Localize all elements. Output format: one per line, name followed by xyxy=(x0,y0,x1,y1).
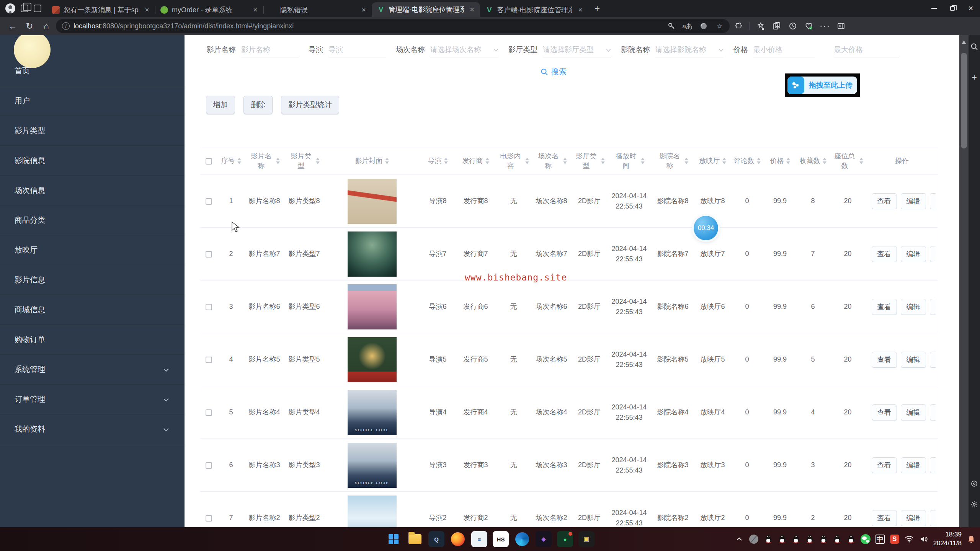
browser-tab[interactable]: 隐私错误× xyxy=(263,3,372,17)
filter-input[interactable]: 影片名称 xyxy=(241,42,299,57)
translate-icon[interactable]: aあ xyxy=(681,20,694,32)
sidebar-item-影片信息[interactable]: 影片信息 xyxy=(0,265,185,295)
sort-caret-icon[interactable] xyxy=(823,158,826,164)
filter-input-min[interactable]: 最小价格 xyxy=(753,42,815,57)
browser-profile-icon[interactable] xyxy=(5,3,15,13)
sidebar-item-放映厅[interactable]: 放映厅 xyxy=(0,235,185,265)
sidebar-item-用户[interactable]: 用户 xyxy=(0,86,185,116)
row-button-查看[interactable]: 查看 xyxy=(872,246,897,262)
sidebar-settings-gear-icon[interactable] xyxy=(970,500,979,509)
row-button-查看[interactable]: 查看 xyxy=(872,193,897,209)
row-button-cutoff[interactable]: 查看 xyxy=(930,457,936,473)
sidebar-item-场次信息[interactable]: 场次信息 xyxy=(0,176,185,205)
favorite-star-icon[interactable]: ☆ xyxy=(714,20,726,32)
select-all-checkbox[interactable] xyxy=(206,158,212,165)
browser-tab[interactable]: V管理端-电影院座位管理系统× xyxy=(372,2,480,17)
sort-caret-icon[interactable] xyxy=(786,158,790,164)
row-checkbox[interactable] xyxy=(206,198,212,205)
filter-select[interactable]: 请选择影院名称 xyxy=(655,42,724,57)
row-button-查看[interactable]: 查看 xyxy=(872,510,897,526)
browser-health-icon[interactable] xyxy=(802,19,816,33)
file-explorer-icon[interactable] xyxy=(407,531,423,547)
sogou-tray-icon[interactable]: S xyxy=(890,534,900,544)
row-button-编辑[interactable]: 编辑 xyxy=(901,510,926,526)
workspaces-icon[interactable] xyxy=(21,5,28,12)
browser-tab[interactable]: myOrder - 录单系统× xyxy=(155,3,263,17)
tab-close-icon[interactable]: × xyxy=(251,6,260,14)
sort-caret-icon[interactable] xyxy=(601,158,605,164)
row-button-cutoff[interactable]: 查看 xyxy=(930,404,936,421)
start-button[interactable] xyxy=(385,531,402,547)
tab-close-icon[interactable]: × xyxy=(143,6,151,14)
wechat-devtools-icon[interactable]: ● xyxy=(557,531,573,547)
sort-caret-icon[interactable] xyxy=(563,158,567,164)
sidebar-toggle-icon[interactable] xyxy=(834,19,848,33)
sidebar-item-系统管理[interactable]: 系统管理 xyxy=(0,355,185,385)
row-checkbox[interactable] xyxy=(206,251,212,258)
qq-penguin-icon[interactable] xyxy=(805,534,815,544)
site-info-icon[interactable]: i xyxy=(62,22,70,30)
browser-essentials-icon[interactable] xyxy=(697,20,710,32)
wechat-tray-icon[interactable] xyxy=(861,534,871,544)
row-button-编辑[interactable]: 编辑 xyxy=(901,404,926,421)
sort-caret-icon[interactable] xyxy=(485,158,489,164)
tray-chevron-up-icon[interactable] xyxy=(734,534,744,544)
button-影片类型统计[interactable]: 影片类型统计 xyxy=(281,96,339,114)
restore-button[interactable] xyxy=(943,0,962,17)
browser-tab[interactable]: V客户端-电影院座位管理系统× xyxy=(480,3,588,17)
close-button[interactable]: × xyxy=(962,0,980,17)
sidebar-search-icon[interactable] xyxy=(970,42,979,51)
hs-app-icon[interactable]: HS xyxy=(493,531,509,547)
row-button-查看[interactable]: 查看 xyxy=(872,404,897,421)
sort-caret-icon[interactable] xyxy=(385,158,389,164)
taskbar-clock[interactable]: 18:39 2024/11/8 xyxy=(933,530,962,548)
refresh-icon[interactable]: ↻ xyxy=(22,19,37,33)
firefox-icon[interactable] xyxy=(450,531,466,547)
edge-browser-icon[interactable] xyxy=(514,531,530,547)
tab-close-icon[interactable]: × xyxy=(468,5,476,14)
home-icon[interactable]: ⌂ xyxy=(39,19,54,33)
sidebar-add-icon[interactable]: + xyxy=(970,73,979,82)
sort-caret-icon[interactable] xyxy=(859,158,863,164)
sort-caret-icon[interactable] xyxy=(757,158,761,164)
row-button-编辑[interactable]: 编辑 xyxy=(901,246,926,262)
button-删除[interactable]: 删除 xyxy=(243,96,273,114)
qq-penguin-icon[interactable] xyxy=(846,534,856,544)
scrollbar-thumb[interactable] xyxy=(961,53,967,148)
row-button-cutoff[interactable]: 查看 xyxy=(930,352,936,368)
row-checkbox[interactable] xyxy=(206,357,212,363)
button-增加[interactable]: 增加 xyxy=(206,96,235,114)
sidebar-item-首页[interactable]: 首页 xyxy=(0,56,185,86)
tab-groups-icon[interactable] xyxy=(770,19,784,33)
row-checkbox[interactable] xyxy=(206,304,212,310)
browser-tab[interactable]: 您有一条新消息 | 基于springboot× xyxy=(47,3,155,17)
sidebar-apps-icon[interactable] xyxy=(970,479,979,488)
sidebar-item-购物订单[interactable]: 购物订单 xyxy=(0,325,185,355)
sidebar-item-订单管理[interactable]: 订单管理 xyxy=(0,385,185,414)
screen-record-timer[interactable]: 00:34 xyxy=(694,216,718,240)
qq-penguin-icon[interactable] xyxy=(832,534,842,544)
password-key-icon[interactable] xyxy=(665,20,678,32)
row-button-cutoff[interactable]: 查看 xyxy=(930,246,936,262)
page-scrollbar[interactable] xyxy=(959,35,969,527)
extensions-icon[interactable] xyxy=(732,19,746,33)
row-button-编辑[interactable]: 编辑 xyxy=(901,457,926,473)
sidebar-item-我的资料[interactable]: 我的资料 xyxy=(0,414,185,444)
wifi-icon[interactable] xyxy=(904,534,914,544)
search-button[interactable]: 搜索 xyxy=(541,67,567,77)
sort-caret-icon[interactable] xyxy=(525,158,529,164)
sidebar-item-商城信息[interactable]: 商城信息 xyxy=(0,295,185,325)
ide-app-icon[interactable]: ◆ xyxy=(536,531,552,547)
onedrive-paused-icon[interactable] xyxy=(749,534,759,544)
sidebar-item-影院信息[interactable]: 影院信息 xyxy=(0,146,185,176)
sort-caret-icon[interactable] xyxy=(684,158,688,164)
dev-app-icon[interactable]: ▣ xyxy=(578,531,595,547)
sort-caret-icon[interactable] xyxy=(316,158,320,164)
sidebar-item-影片类型[interactable]: 影片类型 xyxy=(0,116,185,146)
filter-select[interactable]: 请选择场次名称 xyxy=(430,42,498,57)
scrollbar-up-arrow[interactable] xyxy=(962,38,966,44)
row-checkbox[interactable] xyxy=(206,515,212,522)
qq-penguin-icon[interactable] xyxy=(818,534,828,544)
row-checkbox[interactable] xyxy=(206,462,212,469)
row-button-查看[interactable]: 查看 xyxy=(872,457,897,473)
